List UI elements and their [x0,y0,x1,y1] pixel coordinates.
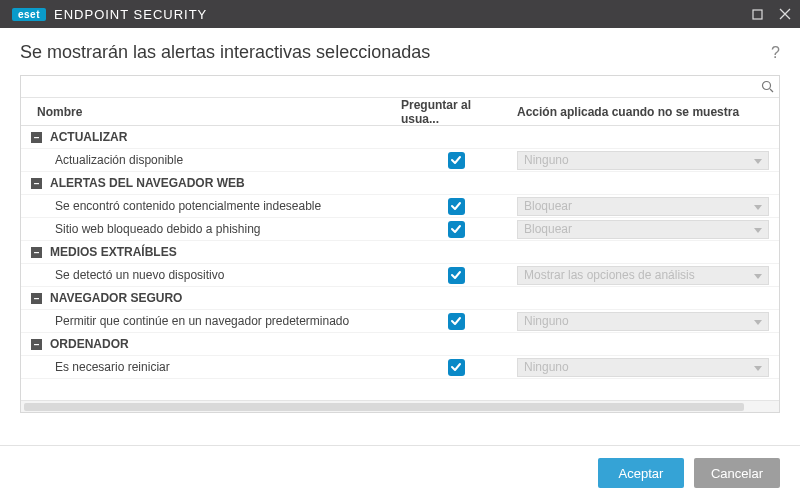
group-label: ALERTAS DEL NAVEGADOR WEB [50,176,245,190]
page-title: Se mostrarán las alertas interactivas se… [20,42,430,63]
product-name: ENDPOINT SECURITY [54,7,207,22]
item-name: Actualización disponible [21,153,401,167]
item-name: Se encontró contenido potencialmente ind… [21,199,401,213]
column-action-header[interactable]: Acción aplicada cuando no se muestra [511,105,779,119]
item-row: Es necesario reiniciarNinguno [21,356,779,379]
item-row: Actualización disponibleNinguno [21,149,779,172]
group-row[interactable]: –MEDIOS EXTRAÍBLES [21,241,779,264]
brand-badge: eset [12,8,46,21]
action-select[interactable]: Bloquear [517,197,769,216]
maximize-icon[interactable] [750,7,764,21]
cancel-button[interactable]: Cancelar [694,458,780,488]
heading-row: Se mostrarán las alertas interactivas se… [0,28,800,75]
accept-button[interactable]: Aceptar [598,458,684,488]
ask-checkbox[interactable] [448,359,465,376]
svg-point-1 [762,81,770,89]
help-icon[interactable]: ? [771,44,780,62]
collapse-icon[interactable]: – [31,247,42,258]
group-row[interactable]: –NAVEGADOR SEGURO [21,287,779,310]
item-row: Sitio web bloqueado debido a phishingBlo… [21,218,779,241]
ask-checkbox[interactable] [448,267,465,284]
item-name: Sitio web bloqueado debido a phishing [21,222,401,236]
item-name: Se detectó un nuevo dispositivo [21,268,401,282]
group-label: MEDIOS EXTRAÍBLES [50,245,177,259]
collapse-icon[interactable]: – [31,132,42,143]
close-icon[interactable] [778,7,792,21]
ask-checkbox[interactable] [448,313,465,330]
column-name-header[interactable]: Nombre [21,105,401,119]
collapse-icon[interactable]: – [31,339,42,350]
search-icon[interactable] [759,78,775,94]
action-select[interactable]: Ninguno [517,358,769,377]
action-select[interactable]: Mostrar las opciones de análisis [517,266,769,285]
alerts-table: Nombre Preguntar al usua... Acción aplic… [20,75,780,413]
group-row[interactable]: –ORDENADOR [21,333,779,356]
ask-checkbox[interactable] [448,221,465,238]
item-name: Es necesario reiniciar [21,360,401,374]
action-select[interactable]: Bloquear [517,220,769,239]
titlebar: eset ENDPOINT SECURITY [0,0,800,28]
group-row[interactable]: –ACTUALIZAR [21,126,779,149]
group-label: ORDENADOR [50,337,129,351]
table-header: Nombre Preguntar al usua... Acción aplic… [21,98,779,126]
group-label: ACTUALIZAR [50,130,127,144]
action-select[interactable]: Ninguno [517,151,769,170]
item-row: Se encontró contenido potencialmente ind… [21,195,779,218]
svg-rect-0 [753,10,762,19]
column-ask-header[interactable]: Preguntar al usua... [401,98,511,126]
search-row [21,76,779,98]
collapse-icon[interactable]: – [31,178,42,189]
ask-checkbox[interactable] [448,152,465,169]
ask-checkbox[interactable] [448,198,465,215]
action-select[interactable]: Ninguno [517,312,769,331]
collapse-icon[interactable]: – [31,293,42,304]
scrollbar-thumb[interactable] [24,403,744,411]
item-row: Permitir que continúe en un navegador pr… [21,310,779,333]
group-label: NAVEGADOR SEGURO [50,291,182,305]
item-row: Se detectó un nuevo dispositivoMostrar l… [21,264,779,287]
dialog-footer: Aceptar Cancelar [0,445,800,500]
horizontal-scrollbar[interactable] [21,400,779,412]
table-body: –ACTUALIZARActualización disponibleNingu… [21,126,779,400]
group-row[interactable]: –ALERTAS DEL NAVEGADOR WEB [21,172,779,195]
item-name: Permitir que continúe en un navegador pr… [21,314,401,328]
